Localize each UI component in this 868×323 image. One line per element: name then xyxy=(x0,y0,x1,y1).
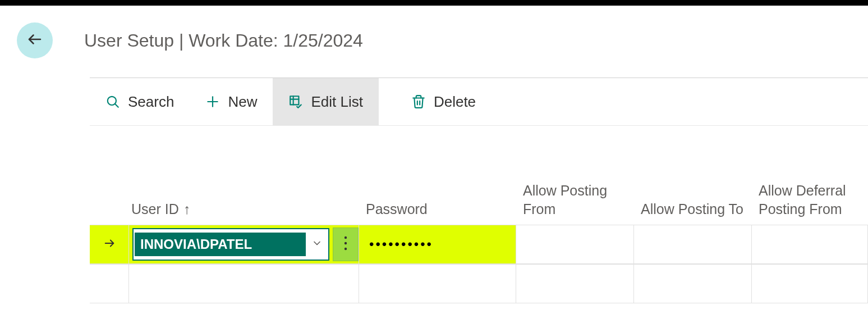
new-label: New xyxy=(228,93,257,111)
user-id-cell[interactable] xyxy=(129,265,359,303)
grid-header-row: User ID ↑ Password Allow Posting From Al… xyxy=(90,140,868,225)
column-header-allow-deferral-from[interactable]: Allow Deferral Posting From xyxy=(752,181,868,218)
arrow-right-icon xyxy=(103,237,116,252)
new-button[interactable]: New xyxy=(190,78,273,125)
search-icon xyxy=(105,94,120,109)
allow-deferral-from-cell[interactable] xyxy=(752,225,868,263)
delete-label: Delete xyxy=(434,93,476,111)
arrow-left-icon xyxy=(26,31,43,50)
svg-point-7 xyxy=(345,236,347,239)
column-header-allow-posting-from[interactable]: Allow Posting From xyxy=(516,181,634,218)
data-grid: User ID ↑ Password Allow Posting From Al… xyxy=(90,140,868,303)
toolbar: Search New Edit List Delete xyxy=(90,78,868,126)
edit-list-label: Edit List xyxy=(311,93,363,111)
back-button[interactable] xyxy=(17,22,53,58)
column-header-user-id[interactable]: User ID ↑ xyxy=(129,200,359,219)
search-label: Search xyxy=(128,93,174,111)
user-id-input[interactable]: INNOVIA\DPATEL xyxy=(132,228,329,261)
allow-posting-from-cell[interactable] xyxy=(516,225,634,263)
svg-point-8 xyxy=(345,242,347,244)
window-chrome-bar xyxy=(0,0,868,6)
page-title: User Setup | Work Date: 1/25/2024 xyxy=(84,30,363,51)
edit-list-icon xyxy=(288,94,303,109)
column-header-allow-posting-to[interactable]: Allow Posting To xyxy=(634,200,752,219)
svg-rect-5 xyxy=(291,96,299,104)
chevron-down-icon xyxy=(311,238,323,251)
svg-point-9 xyxy=(345,248,347,250)
sort-ascending-icon: ↑ xyxy=(183,200,191,219)
trash-icon xyxy=(411,94,426,109)
user-id-value: INNOVIA\DPATEL xyxy=(135,233,306,256)
user-id-dropdown-button[interactable] xyxy=(306,238,328,251)
password-value[interactable]: •••••••••• xyxy=(366,236,433,252)
password-cell[interactable] xyxy=(359,265,516,303)
svg-line-2 xyxy=(115,104,118,107)
allow-posting-from-cell[interactable] xyxy=(516,265,634,303)
more-vertical-icon xyxy=(344,236,347,253)
table-row[interactable] xyxy=(90,264,868,303)
allow-deferral-from-cell[interactable] xyxy=(752,265,868,303)
column-header-password[interactable]: Password xyxy=(359,200,516,219)
table-row[interactable]: INNOVIA\DPATEL xyxy=(90,225,868,264)
plus-icon xyxy=(205,94,220,109)
search-button[interactable]: Search xyxy=(90,78,190,125)
row-actions-button[interactable] xyxy=(333,228,359,261)
edit-list-button[interactable]: Edit List xyxy=(273,78,379,125)
delete-button[interactable]: Delete xyxy=(396,78,492,125)
current-row-indicator xyxy=(90,237,128,252)
allow-posting-to-cell[interactable] xyxy=(634,265,752,303)
allow-posting-to-cell[interactable] xyxy=(634,225,752,263)
